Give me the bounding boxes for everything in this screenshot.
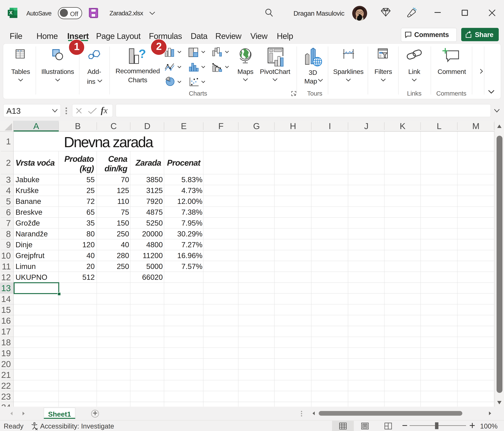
svg-text:?: ? bbox=[139, 48, 146, 61]
svg-text:X: X bbox=[9, 10, 13, 16]
